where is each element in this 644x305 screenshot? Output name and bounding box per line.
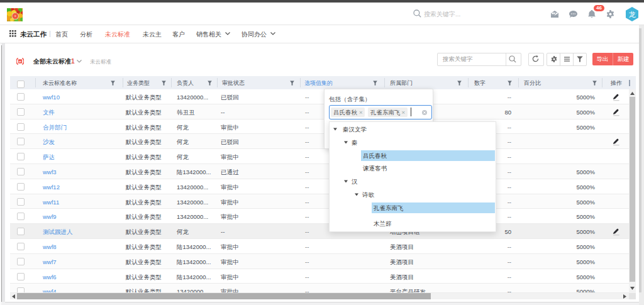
svg-text:龙: 龙 <box>629 11 636 18</box>
